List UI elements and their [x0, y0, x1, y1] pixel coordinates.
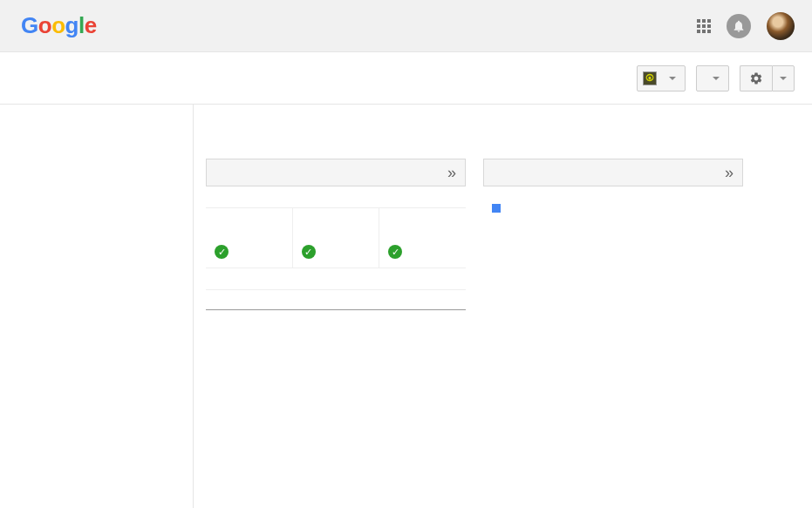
product-header: ⦿ [0, 52, 812, 105]
url-errors-list [206, 290, 466, 310]
chevron-down-icon [669, 77, 676, 80]
google-header: Google [0, 0, 812, 52]
help-button[interactable] [696, 65, 729, 91]
settings-button[interactable] [740, 65, 772, 91]
success-icon: ✓ [215, 245, 229, 259]
chevron-down-icon [713, 77, 720, 80]
crawl-errors-panel: » ✓ ✓ ✓ [206, 159, 466, 357]
total-clicks-metric [483, 199, 743, 213]
site-errors-heading [206, 186, 466, 208]
site-error-cell-robots: ✓ [379, 208, 466, 268]
main-content: » ✓ ✓ ✓ [194, 105, 812, 508]
url-errors-heading [206, 268, 466, 290]
settings-dropdown-button[interactable] [772, 65, 795, 91]
google-logo[interactable]: Google [21, 12, 97, 39]
gear-icon [749, 71, 763, 85]
site-errors-row: ✓ ✓ ✓ [206, 208, 466, 268]
notifications-icon[interactable] [727, 14, 751, 38]
property-selector[interactable]: ⦿ [637, 65, 686, 91]
apps-icon[interactable] [697, 19, 711, 33]
clicks-chart [483, 230, 743, 352]
search-analytics-panel: » [483, 159, 743, 357]
sidebar [0, 105, 194, 508]
property-favicon: ⦿ [643, 71, 657, 85]
success-icon: ✓ [302, 245, 316, 259]
expand-icon[interactable]: » [725, 166, 734, 179]
avatar[interactable] [767, 12, 795, 40]
chevron-down-icon [780, 77, 787, 80]
site-error-cell-dns: ✓ [206, 208, 293, 268]
expand-icon[interactable]: » [447, 166, 456, 179]
series-color-swatch [492, 204, 501, 213]
success-icon: ✓ [388, 245, 402, 259]
site-error-cell-connectivity: ✓ [293, 208, 380, 268]
